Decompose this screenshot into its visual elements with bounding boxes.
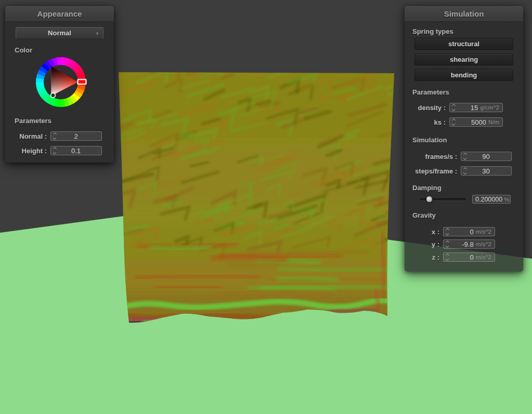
frames-per-second-row: frames/s : 90	[405, 152, 523, 161]
ks-unit: N/m	[488, 119, 499, 125]
damping-value-box[interactable]: 0.200000 %	[472, 195, 511, 204]
spinner-updown-icon[interactable]	[54, 133, 56, 139]
density-row: density : 15 g/cm^2	[405, 103, 523, 112]
density-input[interactable]: 15 g/cm^2	[449, 103, 503, 112]
damping-slider-handle[interactable]	[426, 196, 432, 202]
gravity-y-unit: m/s^2	[476, 241, 491, 247]
damping-slider[interactable]	[420, 198, 465, 201]
appearance-panel-title: Appearance	[37, 9, 82, 18]
ks-value: 5000	[452, 118, 486, 126]
gravity-z-unit: m/s^2	[476, 254, 491, 260]
saturation-value-selector[interactable]	[51, 93, 56, 98]
normal-parameter-row: Normal : 2	[5, 131, 114, 141]
chevron-right-icon: ›	[96, 29, 98, 37]
simulation-section-label: Simulation	[412, 136, 447, 144]
ks-label: ks :	[405, 118, 446, 126]
structural-spring-button[interactable]: structural	[414, 38, 513, 50]
damping-label: Damping	[412, 184, 442, 192]
structural-spring-button-label: structural	[448, 40, 479, 48]
shearing-spring-button[interactable]: shearing	[414, 54, 513, 65]
bending-spring-button-label: bending	[451, 71, 477, 79]
density-label: density :	[405, 104, 446, 112]
gravity-x-value: 0	[446, 228, 474, 236]
gravity-x-input[interactable]: 0 m/s^2	[443, 227, 495, 236]
appearance-parameters-label: Parameters	[15, 117, 51, 125]
steps-per-frame-row: steps/frame : 30	[405, 166, 523, 176]
ks-row: ks : 5000 N/m	[405, 117, 523, 127]
gravity-y-row: y : -9.8 m/s^2	[405, 239, 523, 249]
gravity-x-row: x : 0 m/s^2	[405, 227, 523, 236]
spinner-updown-icon[interactable]	[464, 168, 466, 174]
appearance-panel: Appearance Normal › Color	[5, 6, 114, 163]
gravity-y-input[interactable]: -9.8 m/s^2	[443, 239, 495, 249]
bending-spring-button[interactable]: bending	[414, 69, 513, 81]
gravity-x-unit: m/s^2	[476, 229, 491, 235]
damping-value: 0.200000	[475, 196, 502, 203]
normal-parameter-value: 2	[54, 132, 98, 140]
gravity-label: Gravity	[412, 211, 436, 219]
gravity-z-label: z :	[405, 253, 439, 261]
spring-types-label: Spring types	[412, 28, 453, 35]
simulation-parameters-label: Parameters	[412, 88, 449, 96]
cloth-wrinkles	[110, 60, 432, 325]
density-unit: g/cm^2	[480, 104, 499, 111]
gravity-x-label: x :	[405, 228, 439, 236]
spinner-updown-icon[interactable]	[446, 229, 449, 235]
steps-per-frame-label: steps/frame :	[405, 167, 457, 175]
frames-per-second-input[interactable]: 90	[461, 152, 512, 161]
shading-mode-dropdown[interactable]: Normal ›	[16, 27, 103, 39]
color-wheel[interactable]	[34, 55, 88, 109]
spinner-updown-icon[interactable]	[464, 153, 466, 159]
spinner-updown-icon[interactable]	[446, 241, 449, 247]
gravity-y-label: y :	[405, 241, 439, 248]
frames-per-second-label: frames/s :	[405, 153, 457, 161]
color-section-label: Color	[15, 46, 32, 54]
damping-unit: %	[504, 196, 509, 203]
application-window: Appearance Normal › Color	[0, 0, 532, 414]
simulation-panel-title: Simulation	[444, 9, 484, 18]
density-value: 15	[452, 104, 478, 112]
shading-mode-value: Normal	[48, 29, 71, 37]
steps-per-frame-value: 30	[464, 167, 508, 175]
simulation-panel-header[interactable]: Simulation	[405, 6, 523, 22]
normal-parameter-input[interactable]: 2	[50, 131, 102, 141]
spinner-updown-icon[interactable]	[452, 104, 455, 111]
steps-per-frame-input[interactable]: 30	[461, 166, 512, 176]
cloth-mesh	[110, 60, 432, 327]
height-parameter-label: Height :	[5, 147, 47, 155]
gravity-z-row: z : 0 m/s^2	[405, 252, 523, 262]
height-parameter-row: Height : 0.1	[5, 146, 114, 155]
frames-per-second-value: 90	[464, 153, 508, 161]
appearance-panel-header[interactable]: Appearance	[5, 6, 114, 22]
ks-input[interactable]: 5000 N/m	[449, 117, 503, 127]
normal-parameter-label: Normal :	[5, 132, 47, 140]
shearing-spring-button-label: shearing	[450, 56, 478, 63]
spinner-updown-icon[interactable]	[54, 148, 56, 154]
spinner-updown-icon[interactable]	[446, 254, 449, 260]
gravity-z-value: 0	[446, 253, 474, 261]
height-parameter-input[interactable]: 0.1	[50, 146, 102, 155]
spinner-updown-icon[interactable]	[452, 119, 455, 125]
height-parameter-value: 0.1	[54, 147, 98, 155]
gravity-z-input[interactable]: 0 m/s^2	[443, 252, 495, 262]
simulation-panel: Simulation Spring types structural shear…	[405, 6, 523, 272]
gravity-y-value: -9.8	[446, 241, 474, 248]
